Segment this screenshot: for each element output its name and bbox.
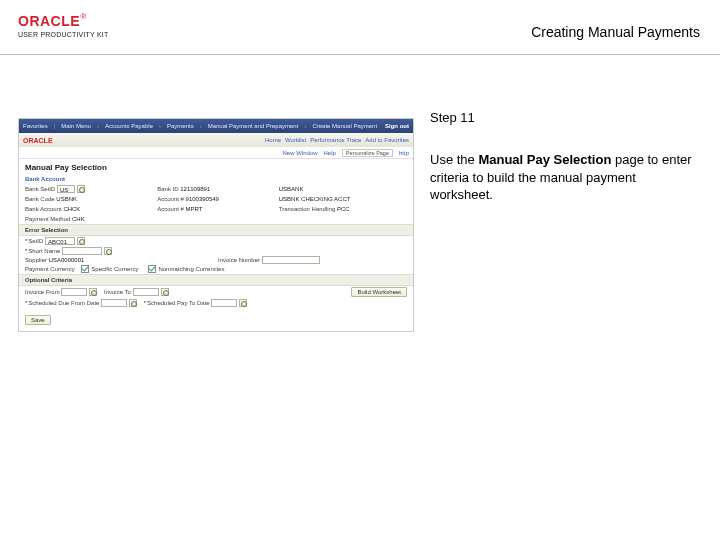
step-label: Step 11 [430, 110, 696, 125]
speccur-checkbox[interactable] [81, 265, 89, 273]
error-selection-section: Error Selection SetID ABC01 Short Name S… [19, 224, 413, 274]
opt-invto-label: Invoice To [104, 289, 131, 295]
bank-accountno-value: 9100390549 [186, 196, 219, 202]
subbar-links: Home Worklist Performance Trace Add to F… [265, 137, 409, 143]
app-topbar: Favorites| Main Menu› Accounts Payable› … [19, 119, 413, 133]
optional-criteria-section: Optional Criteria Invoice From Invoice T… [19, 274, 413, 308]
new-window-link[interactable]: New Window [283, 150, 318, 156]
opt-invfrom-label: Invoice From [25, 289, 60, 295]
lookup-icon[interactable] [77, 237, 85, 245]
main: Favorites| Main Menu› Accounts Payable› … [0, 58, 720, 332]
brand-logo: ORACLE® USER PRODUCTIVITY KIT [18, 12, 108, 38]
error-selection-head: Error Selection [19, 224, 413, 236]
page-title: Creating Manual Payments [531, 24, 700, 40]
errsel-nonmatch-label: Nonmatching Currencies [158, 266, 224, 272]
crumb-item[interactable]: Create Manual Payment [312, 123, 377, 129]
personalize-link[interactable]: Personalize Page [342, 149, 393, 157]
opt-schfrom-label: Scheduled Due From Date [25, 300, 99, 306]
opt-invto-input[interactable] [133, 288, 159, 296]
bank-setid-input[interactable]: US [57, 185, 75, 193]
build-worksheet-button[interactable]: Build Worksheet [351, 287, 407, 297]
lookup-icon[interactable] [77, 185, 85, 193]
calendar-icon[interactable] [239, 299, 247, 307]
opt-schfrom-input[interactable] [101, 299, 127, 307]
subbar-link[interactable]: Worklist [285, 137, 306, 143]
opt-invfrom-input[interactable] [61, 288, 87, 296]
nonmatch-checkbox[interactable] [148, 265, 156, 273]
bank-method-value: CHK [72, 216, 85, 222]
errsel-setid-label: SetID [25, 238, 43, 244]
calendar-icon[interactable] [129, 299, 137, 307]
instruction-column: Step 11 Use the Manual Pay Selection pag… [420, 58, 710, 332]
bank-code-label: Bank Code [25, 196, 55, 202]
bank-id-value: 121109891 [180, 186, 210, 192]
opt-schto-input[interactable] [211, 299, 237, 307]
bank-setid-label: Bank SetID [25, 186, 55, 192]
bank-accountnm-label: Account # [157, 206, 184, 212]
bank-method-label: Payment Method [25, 216, 70, 222]
userline: New Window Help Personalize Page http [19, 147, 413, 159]
help-link[interactable]: Help [324, 150, 336, 156]
instr-bold: Manual Pay Selection [478, 152, 611, 167]
opt-schto-label: Scheduled Pay To Date [144, 300, 210, 306]
calendar-icon[interactable] [89, 288, 97, 296]
crumb-item[interactable]: Manual Payment and Prepayment [208, 123, 299, 129]
bank-trans-label: Transaction Handling [279, 206, 335, 212]
screen-title: Manual Pay Selection [19, 159, 413, 174]
bank-account-label: Bank Account [25, 206, 62, 212]
bank-accountno-label: Account # [157, 196, 184, 202]
optional-criteria-head: Optional Criteria [19, 274, 413, 286]
bank-account-section: Bank Account Bank SetID US Bank ID 12110… [19, 174, 413, 224]
header-rule [0, 54, 720, 55]
save-button[interactable]: Save [25, 315, 51, 325]
errsel-invoice-label: Invoice Number [218, 257, 260, 263]
errsel-paycur-label: Payment Currency [25, 266, 75, 272]
brand-main: ORACLE [18, 13, 80, 29]
errsel-setid-input[interactable]: ABC01 [45, 237, 75, 245]
bank-account-head: Bank Account [19, 174, 413, 184]
brand-sub: USER PRODUCTIVITY KIT [18, 31, 108, 38]
bank-desc1: USBANK [279, 186, 304, 192]
bank-accountnm-value: MPRT [186, 206, 203, 212]
subbar-link[interactable]: Add to Favorites [365, 137, 409, 143]
app-screenshot: Favorites| Main Menu› Accounts Payable› … [18, 118, 414, 332]
instr-pre: Use the [430, 152, 478, 167]
lookup-icon[interactable] [104, 247, 112, 255]
errsel-short-input[interactable] [62, 247, 102, 255]
crumb-item[interactable]: Payments [167, 123, 194, 129]
bank-code-value: USBNK [56, 196, 77, 202]
bank-desc2: USBNK CHECKING ACCT [279, 196, 351, 202]
errsel-supplier-label: Supplier [25, 257, 47, 263]
crumb-item[interactable]: Accounts Payable [105, 123, 153, 129]
calendar-icon[interactable] [161, 288, 169, 296]
screenshot-column: Favorites| Main Menu› Accounts Payable› … [0, 58, 420, 332]
http-icon[interactable]: http [399, 150, 409, 156]
errsel-speccur-label: Specific Currency [91, 266, 138, 272]
subbar-link[interactable]: Performance Trace [310, 137, 361, 143]
signout-link[interactable]: Sign out [385, 123, 409, 129]
brand-reg: ® [80, 12, 86, 21]
errsel-short-label: Short Name [25, 248, 60, 254]
subbar-logo: ORACLE [23, 137, 53, 144]
subbar-link[interactable]: Home [265, 137, 281, 143]
errsel-invoice-input[interactable] [262, 256, 320, 264]
bank-id-label: Bank ID [157, 186, 178, 192]
bank-trans-value: PCC [337, 206, 350, 212]
crumb-item[interactable]: Favorites [23, 123, 48, 129]
app-subbar: ORACLE Home Worklist Performance Trace A… [19, 133, 413, 147]
bank-account-value: CHCK [63, 206, 80, 212]
errsel-supplier-value: USA0000001 [49, 257, 85, 263]
page-header: ORACLE® USER PRODUCTIVITY KIT Creating M… [0, 0, 720, 58]
crumb-item[interactable]: Main Menu [61, 123, 91, 129]
instruction-text: Use the Manual Pay Selection page to ent… [430, 151, 696, 204]
